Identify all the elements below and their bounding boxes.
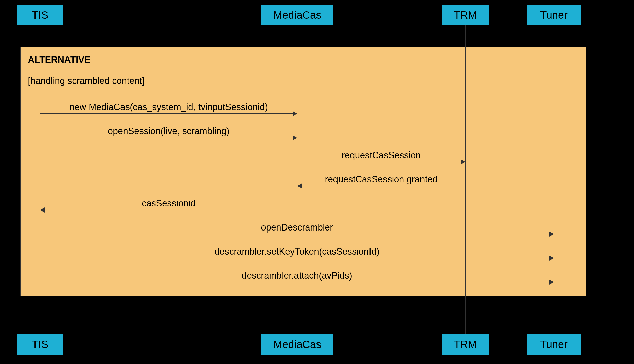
message-line [297,162,465,162]
message-arrow [293,135,297,140]
participant-label: TRM [454,338,477,351]
lifeline-trm-over [465,47,466,296]
participant-label: MediaCas [273,9,321,21]
participant-trm-top: TRM [442,5,489,25]
message-arrow [461,159,465,164]
lifeline-tuner-over [554,47,554,296]
message-arrow [549,280,554,285]
participant-label: MediaCas [273,338,321,351]
message-arrow [549,232,554,237]
participant-mediacas-bottom: MediaCas [261,334,333,355]
participant-tis-top: TIS [17,5,63,25]
message-line [40,210,297,210]
participant-tuner-top: Tuner [527,5,581,25]
participant-tis-bottom: TIS [17,334,63,355]
message-line [40,113,297,114]
participant-label: Tuner [540,338,568,351]
message-label: requestCasSession [342,150,421,161]
message-label: new MediaCas(cas_system_id, tvinputSessi… [69,102,268,112]
message-label: requestCasSession granted [325,174,437,185]
message-arrow [293,111,297,116]
participant-tuner-bottom: Tuner [527,334,581,355]
participant-trm-bottom: TRM [442,334,489,355]
participant-label: Tuner [540,9,568,21]
alt-condition: [handling scrambled content] [28,75,145,86]
participant-label: TIS [32,9,48,21]
lifeline-mediacas-over [297,47,297,296]
lifeline-tis-over [40,47,40,296]
alt-label: ALTERNATIVE [28,54,91,65]
participant-label: TRM [454,9,477,21]
participant-mediacas-top: MediaCas [261,5,333,25]
message-label: openSession(live, scrambling) [108,126,230,137]
message-arrow [297,183,302,188]
message-line [297,186,465,186]
message-arrow [549,256,554,261]
message-label: casSessionid [142,198,196,209]
participant-label: TIS [32,338,48,351]
message-line [40,138,297,138]
message-arrow [40,207,45,213]
